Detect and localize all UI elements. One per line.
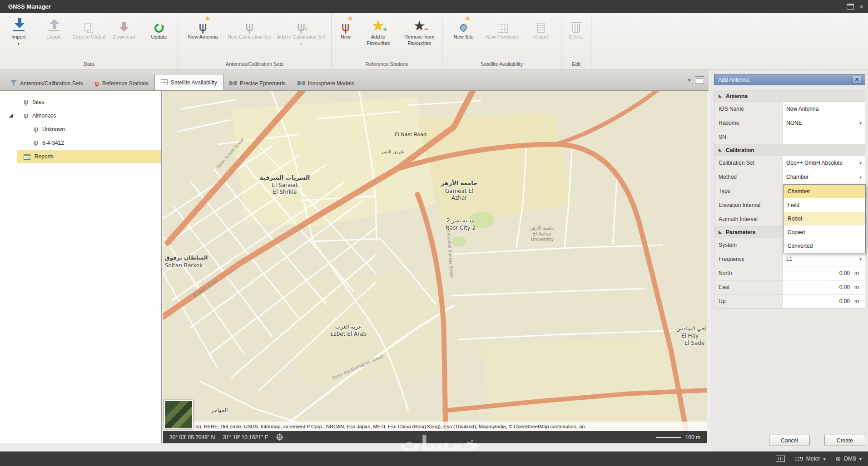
east-label: East bbox=[714, 280, 783, 294]
red-mast-icon: ψ★ bbox=[342, 16, 350, 33]
new-antenna-button[interactable]: ψ★ New Antenna bbox=[184, 14, 223, 40]
tab-precise-ephemeris[interactable]: Precise Ephemeris bbox=[223, 76, 292, 90]
map-status-bar: 30° 03' 05.7048" N 31° 19' 10.1621" E 10… bbox=[163, 431, 707, 443]
tab-reference-stations[interactable]: ψ Reference Stations bbox=[89, 76, 154, 90]
pin-star-icon: ★ bbox=[460, 16, 467, 33]
chevron-down-icon: ▾ bbox=[858, 161, 862, 165]
tree-item-unknown[interactable]: ψ Unknown bbox=[0, 123, 161, 136]
method-option-robot[interactable]: Robot bbox=[784, 212, 865, 226]
scale-label: 100 m bbox=[685, 434, 700, 441]
reports-icon bbox=[24, 154, 30, 160]
igs-name-field[interactable]: New Antenna bbox=[783, 102, 865, 116]
restore-icon[interactable] bbox=[847, 4, 854, 10]
basemap-thumbnail[interactable] bbox=[164, 400, 193, 429]
method-dropdown-list: Chamber Field Robot Copied Converted bbox=[783, 184, 866, 253]
elevation-interval-label: Elevation Interval bbox=[714, 198, 783, 212]
download-button: Download bbox=[106, 14, 141, 40]
import-button[interactable]: Import ▾ bbox=[1, 14, 36, 46]
latitude-readout: 30° 03' 05.7048" N bbox=[169, 434, 215, 441]
panel-title: Add Antenna bbox=[718, 77, 749, 83]
panel-header: Add Antenna ✕ bbox=[714, 74, 865, 85]
window-title: GNSS Manager bbox=[8, 3, 51, 10]
download-icon bbox=[119, 16, 129, 33]
map-label-azhar-en2: Azhar bbox=[451, 195, 467, 201]
close-icon[interactable]: × bbox=[859, 3, 863, 10]
unit-selector[interactable]: Meter ▾ bbox=[795, 456, 826, 462]
new-calibration-set-button: ψ New Calibration Set bbox=[227, 14, 273, 40]
east-field[interactable]: 0.00m bbox=[783, 280, 865, 294]
type-label: Type bbox=[714, 184, 783, 198]
method-option-copied[interactable]: Copied bbox=[784, 226, 865, 239]
ribbon-group-data: Import ▾ Export Copy to Global bbox=[0, 13, 178, 69]
almanac-icon: ψ bbox=[34, 140, 38, 147]
ribbon-group-satellite-availability: ★ New Site New Prediction Report Satelli… bbox=[442, 13, 561, 69]
create-button[interactable]: Create bbox=[824, 435, 865, 446]
scale-line bbox=[656, 437, 681, 438]
almanac-icon: ψ bbox=[34, 126, 38, 133]
map-view[interactable]: El Nasr Road طريق النصر El Nasr Road Sal… bbox=[163, 91, 707, 431]
globe-icon: ⊕ bbox=[836, 455, 841, 462]
keyboard-icon[interactable] bbox=[776, 456, 785, 462]
tab-overflow-arrow[interactable]: ▾ bbox=[688, 78, 690, 83]
import-dropdown-arrow[interactable]: ▾ bbox=[18, 42, 20, 46]
tree-item-almanacs[interactable]: ψ Almanacs bbox=[0, 109, 161, 123]
sn-label: SN bbox=[714, 130, 783, 144]
frequency-label: Frequency bbox=[714, 252, 783, 266]
new-prediction-button: New Prediction bbox=[484, 14, 521, 40]
map-label-ezbet-ar: عزبة العرب bbox=[335, 324, 362, 330]
up-label: Up bbox=[714, 294, 783, 309]
calibration-set-label: Calibration Set bbox=[714, 156, 783, 170]
star-plus-icon: ★+ bbox=[372, 16, 384, 33]
method-option-chamber[interactable]: Chamber bbox=[784, 185, 865, 198]
radome-select[interactable]: NONE▾ bbox=[783, 116, 865, 130]
tab-ionosphere-models[interactable]: Ionosphere Models bbox=[292, 76, 360, 90]
collapse-triangle-icon bbox=[719, 148, 722, 152]
map-label-hay-en1: El Hay bbox=[681, 333, 699, 339]
frequency-select[interactable]: L1▾ bbox=[783, 252, 865, 266]
map-label-nasr-city-en: Nasr City 2 bbox=[446, 225, 476, 231]
remove-from-favourites-button[interactable]: ★− Remove from Favourites bbox=[397, 14, 441, 47]
ribbon-group-reference-stations: ψ★ New ★+ Add to Favourites ★− Remove fr… bbox=[332, 13, 442, 69]
export-icon bbox=[48, 16, 60, 33]
tree-item-reports[interactable]: Reports bbox=[17, 150, 161, 163]
new-site-button[interactable]: ★ New Site bbox=[449, 14, 479, 40]
north-field[interactable]: 0.00m bbox=[783, 266, 865, 280]
chevron-up-icon: ▴ bbox=[858, 175, 862, 179]
star-minus-icon: ★− bbox=[413, 16, 426, 33]
trash-icon bbox=[572, 16, 580, 33]
update-button[interactable]: Update bbox=[142, 14, 177, 40]
prediction-grid-icon bbox=[498, 16, 508, 33]
method-option-field[interactable]: Field bbox=[784, 198, 865, 212]
navigation-tree: ψ Sites ψ Almanacs ψ Unknown ψ 6-4-3412 … bbox=[0, 91, 162, 443]
antenna-icon: ψ bbox=[246, 16, 254, 33]
window-layout-icon[interactable] bbox=[695, 76, 704, 84]
ribbon: Import ▾ Export Copy to Global bbox=[0, 13, 868, 69]
tab-antennas-calibration-sets[interactable]: Antennas/Calibration Sets bbox=[5, 76, 89, 90]
azimuth-interval-label: Azimuth Interval bbox=[714, 212, 783, 226]
method-select[interactable]: Chamber▴ bbox=[783, 170, 865, 184]
tree-item-almanac-6-4-3412[interactable]: ψ 6-4-3412 bbox=[0, 136, 161, 150]
map-canvas: El Nasr Road طريق النصر El Nasr Road Sal… bbox=[163, 91, 707, 431]
section-calibration[interactable]: Calibration bbox=[714, 144, 865, 156]
section-antenna[interactable]: Antenna bbox=[714, 90, 865, 102]
add-to-favourites-button[interactable]: ★+ Add to Favourites bbox=[359, 14, 398, 47]
method-option-converted[interactable]: Converted bbox=[784, 239, 865, 253]
locate-crosshair-icon[interactable] bbox=[277, 434, 283, 440]
expander-icon[interactable] bbox=[9, 114, 13, 118]
coordinate-format-selector[interactable]: ⊕ DMS ▾ bbox=[836, 455, 862, 462]
sn-field[interactable] bbox=[783, 130, 865, 144]
cancel-button[interactable]: Cancel bbox=[769, 435, 810, 446]
refresh-icon bbox=[154, 16, 164, 33]
copy-icon bbox=[84, 16, 94, 33]
tab-satellite-availability[interactable]: Satellite Availability bbox=[154, 74, 223, 90]
new-reference-station-button[interactable]: ψ★ New bbox=[332, 14, 359, 40]
status-bar: Meter ▾ ⊕ DMS ▾ bbox=[0, 451, 868, 466]
calibration-set-select[interactable]: Geo++ GmbH Absolute▾ bbox=[783, 156, 865, 170]
group-label-reference-stations: Reference Stations bbox=[332, 60, 441, 69]
tree-item-sites[interactable]: ψ Sites bbox=[0, 95, 161, 109]
copy-to-global-button: Copy to Global bbox=[71, 14, 106, 40]
bottom-gap-strip bbox=[0, 443, 711, 451]
group-label-data: Data bbox=[1, 60, 177, 69]
up-field[interactable]: 0.00m bbox=[783, 294, 865, 309]
panel-close-icon[interactable]: ✕ bbox=[853, 76, 861, 83]
